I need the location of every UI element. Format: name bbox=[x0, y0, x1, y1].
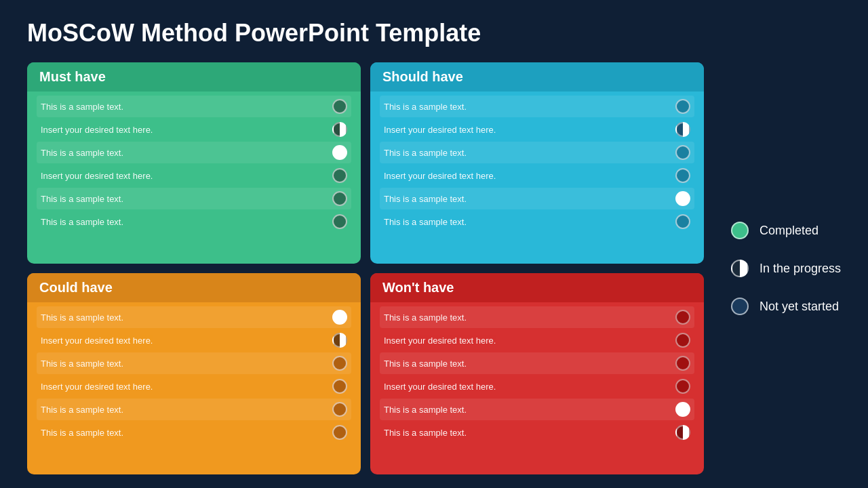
row-text: This is a sample text. bbox=[384, 194, 467, 204]
row-text: This is a sample text. bbox=[384, 428, 467, 438]
list-item: This is a sample text. bbox=[37, 142, 351, 163]
card-musthave: Must have This is a sample text. Insert … bbox=[27, 62, 361, 264]
legend-completed-icon bbox=[731, 222, 749, 239]
page-title: MoSCoW Method PowerPoint Template bbox=[27, 19, 841, 47]
row-text: This is a sample text. bbox=[41, 148, 123, 158]
toggle-icon bbox=[675, 122, 690, 137]
couldhave-header: Could have bbox=[27, 273, 361, 302]
toggle-icon bbox=[332, 214, 347, 229]
list-item: Insert your desired text here. bbox=[37, 375, 351, 397]
toggle-icon bbox=[675, 425, 690, 440]
row-text: Insert your desired text here. bbox=[384, 336, 496, 346]
legend-item-completed: Completed bbox=[731, 222, 841, 239]
toggle-icon bbox=[675, 379, 690, 394]
list-item: This is a sample text. bbox=[380, 306, 694, 328]
row-text: Insert your desired text here. bbox=[41, 382, 153, 392]
moscow-grid: Must have This is a sample text. Insert … bbox=[27, 62, 704, 474]
row-text: This is a sample text. bbox=[41, 194, 123, 204]
wonthave-body: This is a sample text. Insert your desir… bbox=[370, 302, 704, 474]
list-item: This is a sample text. bbox=[380, 352, 694, 374]
list-item: This is a sample text. bbox=[380, 96, 694, 117]
list-item: This is a sample text. bbox=[37, 352, 351, 374]
row-text: This is a sample text. bbox=[41, 428, 123, 438]
legend-item-inprogress: In the progress bbox=[731, 260, 841, 277]
shouldhave-body: This is a sample text. Insert your desir… bbox=[370, 92, 704, 264]
list-item: Insert your desired text here. bbox=[380, 119, 694, 140]
row-text: Insert your desired text here. bbox=[384, 382, 496, 392]
toggle-icon bbox=[675, 145, 690, 160]
row-text: This is a sample text. bbox=[384, 148, 467, 158]
list-item: This is a sample text. bbox=[37, 211, 351, 232]
list-item: Insert your desired text here. bbox=[37, 119, 351, 140]
list-item: Insert your desired text here. bbox=[37, 165, 351, 186]
row-text: This is a sample text. bbox=[41, 312, 123, 323]
toggle-icon bbox=[675, 168, 690, 183]
toggle-icon bbox=[332, 425, 347, 440]
toggle-icon bbox=[675, 333, 690, 348]
list-item: This is a sample text. bbox=[37, 188, 351, 209]
shouldhave-header: Should have bbox=[370, 62, 704, 92]
row-text: This is a sample text. bbox=[384, 312, 467, 323]
list-item: This is a sample text. bbox=[37, 306, 351, 328]
toggle-icon bbox=[675, 191, 690, 206]
card-shouldhave: Should have This is a sample text. Inser… bbox=[370, 62, 704, 264]
list-item: This is a sample text. bbox=[37, 422, 351, 443]
toggle-icon bbox=[332, 191, 347, 206]
legend: Completed In the progress Not yet starte… bbox=[704, 62, 841, 474]
list-item: This is a sample text. bbox=[380, 142, 694, 163]
toggle-icon bbox=[332, 168, 347, 183]
couldhave-body: This is a sample text. Insert your desir… bbox=[27, 302, 361, 474]
main-content: Must have This is a sample text. Insert … bbox=[27, 62, 841, 474]
toggle-icon bbox=[332, 310, 347, 325]
row-text: This is a sample text. bbox=[384, 102, 467, 112]
legend-completed-label: Completed bbox=[760, 224, 818, 238]
toggle-icon bbox=[675, 356, 690, 371]
musthave-header: Must have bbox=[27, 62, 361, 92]
list-item: Insert your desired text here. bbox=[380, 375, 694, 397]
toggle-icon bbox=[332, 379, 347, 394]
legend-inprogress-label: In the progress bbox=[760, 262, 841, 276]
row-text: This is a sample text. bbox=[41, 217, 123, 227]
toggle-icon bbox=[332, 122, 347, 137]
legend-item-notstarted: Not yet started bbox=[731, 298, 841, 315]
list-item: This is a sample text. bbox=[380, 211, 694, 232]
toggle-icon bbox=[332, 145, 347, 160]
row-text: This is a sample text. bbox=[384, 359, 467, 369]
row-text: Insert your desired text here. bbox=[41, 171, 153, 181]
row-text: This is a sample text. bbox=[41, 359, 123, 369]
list-item: This is a sample text. bbox=[37, 96, 351, 117]
row-text: Insert your desired text here. bbox=[41, 336, 153, 346]
musthave-body: This is a sample text. Insert your desir… bbox=[27, 92, 361, 264]
list-item: This is a sample text. bbox=[380, 399, 694, 420]
legend-notstarted-label: Not yet started bbox=[760, 300, 839, 314]
toggle-icon bbox=[675, 214, 690, 229]
toggle-icon bbox=[332, 402, 347, 417]
row-text: This is a sample text. bbox=[384, 405, 467, 415]
toggle-icon bbox=[332, 99, 347, 114]
row-text: This is a sample text. bbox=[41, 405, 123, 415]
row-text: Insert your desired text here. bbox=[384, 125, 496, 135]
row-text: This is a sample text. bbox=[41, 102, 123, 112]
card-couldhave: Could have This is a sample text. Insert… bbox=[27, 273, 361, 474]
row-text: Insert your desired text here. bbox=[41, 125, 153, 135]
list-item: This is a sample text. bbox=[380, 188, 694, 209]
card-wonthave: Won't have This is a sample text. Insert… bbox=[370, 273, 704, 474]
toggle-icon bbox=[332, 333, 347, 348]
list-item: This is a sample text. bbox=[380, 422, 694, 443]
list-item: Insert your desired text here. bbox=[380, 165, 694, 186]
toggle-icon bbox=[675, 310, 690, 325]
list-item: This is a sample text. bbox=[37, 399, 351, 420]
toggle-icon bbox=[332, 356, 347, 371]
legend-inprogress-icon bbox=[731, 260, 749, 277]
legend-notstarted-icon bbox=[731, 298, 749, 315]
row-text: Insert your desired text here. bbox=[384, 171, 496, 181]
row-text: This is a sample text. bbox=[384, 217, 467, 227]
toggle-icon bbox=[675, 402, 690, 417]
page: MoSCoW Method PowerPoint Template Must h… bbox=[0, 0, 868, 488]
wonthave-header: Won't have bbox=[370, 273, 704, 302]
toggle-icon bbox=[675, 99, 690, 114]
list-item: Insert your desired text here. bbox=[380, 329, 694, 351]
list-item: Insert your desired text here. bbox=[37, 329, 351, 351]
